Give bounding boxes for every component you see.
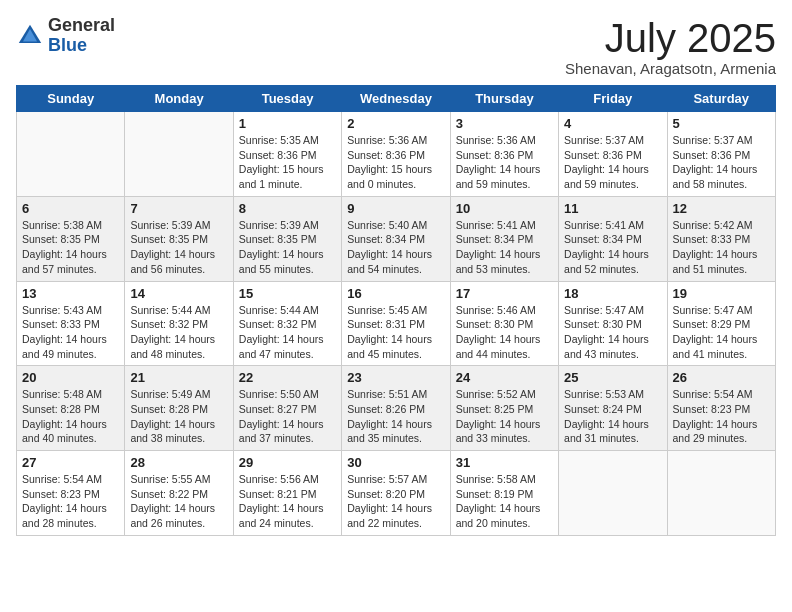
calendar-cell: 7Sunrise: 5:39 AMSunset: 8:35 PMDaylight…	[125, 196, 233, 281]
day-number: 9	[347, 201, 444, 216]
day-info: Sunrise: 5:54 AMSunset: 8:23 PMDaylight:…	[673, 387, 770, 446]
calendar-week-row: 27Sunrise: 5:54 AMSunset: 8:23 PMDayligh…	[17, 451, 776, 536]
day-number: 26	[673, 370, 770, 385]
calendar-cell: 17Sunrise: 5:46 AMSunset: 8:30 PMDayligh…	[450, 281, 558, 366]
calendar-cell: 8Sunrise: 5:39 AMSunset: 8:35 PMDaylight…	[233, 196, 341, 281]
calendar-cell: 16Sunrise: 5:45 AMSunset: 8:31 PMDayligh…	[342, 281, 450, 366]
day-info: Sunrise: 5:41 AMSunset: 8:34 PMDaylight:…	[456, 218, 553, 277]
day-info: Sunrise: 5:39 AMSunset: 8:35 PMDaylight:…	[239, 218, 336, 277]
day-number: 31	[456, 455, 553, 470]
day-number: 14	[130, 286, 227, 301]
calendar-cell: 28Sunrise: 5:55 AMSunset: 8:22 PMDayligh…	[125, 451, 233, 536]
calendar-cell: 15Sunrise: 5:44 AMSunset: 8:32 PMDayligh…	[233, 281, 341, 366]
day-info: Sunrise: 5:39 AMSunset: 8:35 PMDaylight:…	[130, 218, 227, 277]
day-number: 13	[22, 286, 119, 301]
day-number: 18	[564, 286, 661, 301]
day-number: 25	[564, 370, 661, 385]
month-title: July 2025	[565, 16, 776, 60]
calendar-cell: 25Sunrise: 5:53 AMSunset: 8:24 PMDayligh…	[559, 366, 667, 451]
calendar-cell: 23Sunrise: 5:51 AMSunset: 8:26 PMDayligh…	[342, 366, 450, 451]
calendar-cell: 13Sunrise: 5:43 AMSunset: 8:33 PMDayligh…	[17, 281, 125, 366]
calendar-cell: 6Sunrise: 5:38 AMSunset: 8:35 PMDaylight…	[17, 196, 125, 281]
day-info: Sunrise: 5:45 AMSunset: 8:31 PMDaylight:…	[347, 303, 444, 362]
calendar-cell	[559, 451, 667, 536]
calendar-week-row: 1Sunrise: 5:35 AMSunset: 8:36 PMDaylight…	[17, 112, 776, 197]
calendar-cell: 21Sunrise: 5:49 AMSunset: 8:28 PMDayligh…	[125, 366, 233, 451]
day-info: Sunrise: 5:36 AMSunset: 8:36 PMDaylight:…	[347, 133, 444, 192]
day-info: Sunrise: 5:52 AMSunset: 8:25 PMDaylight:…	[456, 387, 553, 446]
calendar-cell: 24Sunrise: 5:52 AMSunset: 8:25 PMDayligh…	[450, 366, 558, 451]
day-number: 4	[564, 116, 661, 131]
day-info: Sunrise: 5:47 AMSunset: 8:30 PMDaylight:…	[564, 303, 661, 362]
day-info: Sunrise: 5:50 AMSunset: 8:27 PMDaylight:…	[239, 387, 336, 446]
calendar-cell: 19Sunrise: 5:47 AMSunset: 8:29 PMDayligh…	[667, 281, 775, 366]
day-number: 24	[456, 370, 553, 385]
calendar-cell: 11Sunrise: 5:41 AMSunset: 8:34 PMDayligh…	[559, 196, 667, 281]
calendar-cell: 20Sunrise: 5:48 AMSunset: 8:28 PMDayligh…	[17, 366, 125, 451]
day-info: Sunrise: 5:41 AMSunset: 8:34 PMDaylight:…	[564, 218, 661, 277]
day-info: Sunrise: 5:46 AMSunset: 8:30 PMDaylight:…	[456, 303, 553, 362]
calendar-cell: 12Sunrise: 5:42 AMSunset: 8:33 PMDayligh…	[667, 196, 775, 281]
calendar-cell: 26Sunrise: 5:54 AMSunset: 8:23 PMDayligh…	[667, 366, 775, 451]
page-header: General Blue July 2025 Shenavan, Aragats…	[16, 16, 776, 77]
calendar-day-header: Tuesday	[233, 86, 341, 112]
day-info: Sunrise: 5:40 AMSunset: 8:34 PMDaylight:…	[347, 218, 444, 277]
day-info: Sunrise: 5:56 AMSunset: 8:21 PMDaylight:…	[239, 472, 336, 531]
calendar-week-row: 6Sunrise: 5:38 AMSunset: 8:35 PMDaylight…	[17, 196, 776, 281]
day-number: 11	[564, 201, 661, 216]
day-number: 8	[239, 201, 336, 216]
calendar-cell: 14Sunrise: 5:44 AMSunset: 8:32 PMDayligh…	[125, 281, 233, 366]
day-number: 16	[347, 286, 444, 301]
calendar-table: SundayMondayTuesdayWednesdayThursdayFrid…	[16, 85, 776, 536]
calendar-day-header: Thursday	[450, 86, 558, 112]
calendar-cell: 1Sunrise: 5:35 AMSunset: 8:36 PMDaylight…	[233, 112, 341, 197]
day-number: 17	[456, 286, 553, 301]
calendar-cell: 4Sunrise: 5:37 AMSunset: 8:36 PMDaylight…	[559, 112, 667, 197]
day-info: Sunrise: 5:42 AMSunset: 8:33 PMDaylight:…	[673, 218, 770, 277]
day-number: 30	[347, 455, 444, 470]
calendar-cell: 18Sunrise: 5:47 AMSunset: 8:30 PMDayligh…	[559, 281, 667, 366]
calendar-cell: 10Sunrise: 5:41 AMSunset: 8:34 PMDayligh…	[450, 196, 558, 281]
day-number: 19	[673, 286, 770, 301]
day-info: Sunrise: 5:57 AMSunset: 8:20 PMDaylight:…	[347, 472, 444, 531]
logo-icon	[16, 22, 44, 50]
calendar-cell: 29Sunrise: 5:56 AMSunset: 8:21 PMDayligh…	[233, 451, 341, 536]
day-info: Sunrise: 5:53 AMSunset: 8:24 PMDaylight:…	[564, 387, 661, 446]
day-number: 2	[347, 116, 444, 131]
day-number: 28	[130, 455, 227, 470]
logo-blue-text: Blue	[48, 36, 115, 56]
calendar-cell: 5Sunrise: 5:37 AMSunset: 8:36 PMDaylight…	[667, 112, 775, 197]
day-info: Sunrise: 5:35 AMSunset: 8:36 PMDaylight:…	[239, 133, 336, 192]
logo-text: General Blue	[48, 16, 115, 56]
day-info: Sunrise: 5:54 AMSunset: 8:23 PMDaylight:…	[22, 472, 119, 531]
logo-general-text: General	[48, 16, 115, 36]
day-number: 29	[239, 455, 336, 470]
day-number: 23	[347, 370, 444, 385]
calendar-day-header: Sunday	[17, 86, 125, 112]
day-info: Sunrise: 5:43 AMSunset: 8:33 PMDaylight:…	[22, 303, 119, 362]
calendar-cell: 3Sunrise: 5:36 AMSunset: 8:36 PMDaylight…	[450, 112, 558, 197]
day-number: 21	[130, 370, 227, 385]
day-info: Sunrise: 5:44 AMSunset: 8:32 PMDaylight:…	[130, 303, 227, 362]
calendar-cell	[17, 112, 125, 197]
calendar-cell: 31Sunrise: 5:58 AMSunset: 8:19 PMDayligh…	[450, 451, 558, 536]
day-number: 5	[673, 116, 770, 131]
calendar-week-row: 13Sunrise: 5:43 AMSunset: 8:33 PMDayligh…	[17, 281, 776, 366]
logo: General Blue	[16, 16, 115, 56]
day-number: 10	[456, 201, 553, 216]
day-number: 3	[456, 116, 553, 131]
calendar-day-header: Monday	[125, 86, 233, 112]
calendar-cell: 22Sunrise: 5:50 AMSunset: 8:27 PMDayligh…	[233, 366, 341, 451]
title-block: July 2025 Shenavan, Aragatsotn, Armenia	[565, 16, 776, 77]
calendar-day-header: Friday	[559, 86, 667, 112]
calendar-cell: 9Sunrise: 5:40 AMSunset: 8:34 PMDaylight…	[342, 196, 450, 281]
day-number: 12	[673, 201, 770, 216]
calendar-cell: 30Sunrise: 5:57 AMSunset: 8:20 PMDayligh…	[342, 451, 450, 536]
day-info: Sunrise: 5:58 AMSunset: 8:19 PMDaylight:…	[456, 472, 553, 531]
calendar-week-row: 20Sunrise: 5:48 AMSunset: 8:28 PMDayligh…	[17, 366, 776, 451]
calendar-cell: 2Sunrise: 5:36 AMSunset: 8:36 PMDaylight…	[342, 112, 450, 197]
location-subtitle: Shenavan, Aragatsotn, Armenia	[565, 60, 776, 77]
day-number: 15	[239, 286, 336, 301]
day-number: 1	[239, 116, 336, 131]
calendar-day-header: Wednesday	[342, 86, 450, 112]
